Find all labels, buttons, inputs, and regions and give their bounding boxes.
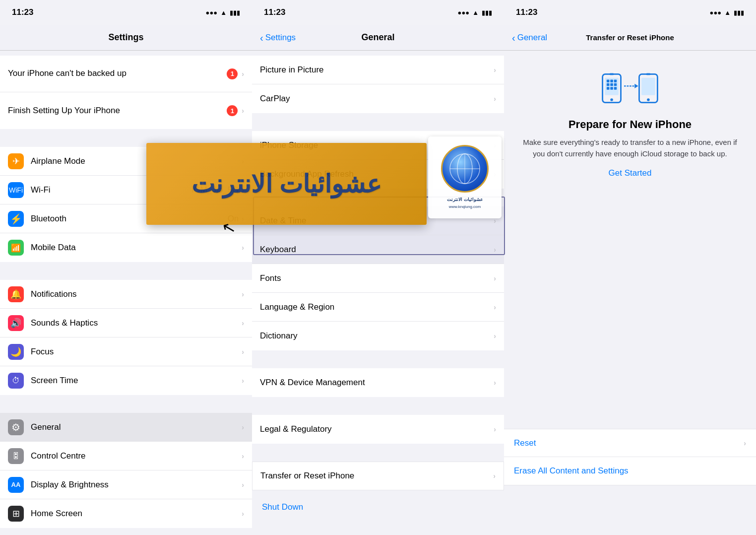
row-control-centre[interactable]: 🎛 Control Centre › xyxy=(0,442,252,470)
svg-rect-9 xyxy=(614,83,617,86)
svg-rect-8 xyxy=(610,83,613,86)
nav-back-label: Settings xyxy=(265,33,296,43)
chevron-control: › xyxy=(242,452,244,460)
status-bar-1: 11:23 ●●● ▲ ▮▮▮ xyxy=(0,0,252,25)
transfer-illustration xyxy=(600,68,660,108)
sounds-icon: 🔊 xyxy=(8,315,24,331)
row-keyboard[interactable]: Keyboard › xyxy=(252,235,504,264)
chevron-language: › xyxy=(494,303,496,311)
wifi-icon: ▲ xyxy=(220,9,227,16)
svg-rect-6 xyxy=(614,79,617,82)
erase-row[interactable]: Erase All Content and Settings xyxy=(504,457,756,485)
nav-back-general[interactable]: ‹ Settings xyxy=(260,33,296,43)
row-pip[interactable]: Picture in Picture › xyxy=(252,56,504,84)
carplay-label: CarPlay xyxy=(260,94,494,104)
row-home-screen-label: Home Screen xyxy=(31,509,242,519)
nav-bar-3: ‹ General Transfer or Reset iPhone xyxy=(504,25,756,51)
nav-bar-1: Settings xyxy=(0,25,252,51)
focus-icon: 🌙 xyxy=(8,344,24,360)
battery-icon: ▮▮▮ xyxy=(230,9,240,16)
nav-back-transfer[interactable]: ‹ General xyxy=(512,33,547,43)
svg-rect-15 xyxy=(641,78,655,95)
row-general[interactable]: ⚙ General › xyxy=(0,413,252,442)
chevron-carplay: › xyxy=(494,95,496,103)
row-focus[interactable]: 🌙 Focus › xyxy=(0,337,252,366)
hero-icon xyxy=(600,66,660,110)
chevron-keyboard: › xyxy=(494,246,496,254)
row-transfer-reset[interactable]: Transfer or Reset iPhone › xyxy=(252,462,504,490)
panel-transfer-reset: 11:23 ●●● ▲ ▮▮▮ ‹ General Transfer or Re… xyxy=(504,0,756,535)
row-vpn[interactable]: VPN & Device Management › xyxy=(252,368,504,397)
keyboard-label: Keyboard xyxy=(260,245,494,255)
row-control-centre-label: Control Centre xyxy=(31,451,242,461)
wifi-settings-icon: WiFi xyxy=(8,182,24,198)
row-language[interactable]: Language & Region › xyxy=(252,293,504,322)
row-notifications-label: Notifications xyxy=(31,289,242,299)
alert-row-backup[interactable]: Your iPhone can't be backed up 1 › xyxy=(0,56,252,92)
chevron-notifications: › xyxy=(242,290,244,298)
general-icon: ⚙ xyxy=(8,419,24,435)
svg-rect-5 xyxy=(610,79,613,82)
transfer-nav-title: Transfer or Reset iPhone xyxy=(586,33,674,42)
svg-rect-7 xyxy=(607,83,610,86)
hero-desc: Make sure everything's ready to transfer… xyxy=(514,137,746,159)
row-screen-time[interactable]: ⏱ Screen Time › xyxy=(0,366,252,395)
nav-back-label-3: General xyxy=(517,33,547,43)
chevron-setup: › xyxy=(242,107,244,115)
shutdown-container[interactable]: Shut Down xyxy=(252,495,504,519)
transfer-reset-label: Transfer or Reset iPhone xyxy=(260,471,493,481)
svg-rect-12 xyxy=(614,87,617,90)
logo-circle xyxy=(441,145,489,193)
display-icon: AA xyxy=(8,477,24,493)
alert-setup-text: Finish Setting Up Your iPhone xyxy=(8,105,227,117)
row-mobile-data-label: Mobile Data xyxy=(31,243,242,253)
row-home-screen[interactable]: ⊞ Home Screen › xyxy=(0,499,252,528)
gap-p2-2 xyxy=(252,113,504,131)
row-fonts[interactable]: Fonts › xyxy=(252,264,504,293)
chevron-reset: › xyxy=(744,439,746,447)
notifications-icon: 🔔 xyxy=(8,286,24,302)
general-list: Picture in Picture › CarPlay › iPhone St… xyxy=(252,51,504,519)
reset-label: Reset xyxy=(514,438,744,448)
logo-overlay: عشوائيات الانترنت www.knqlung.com xyxy=(428,136,502,218)
svg-rect-4 xyxy=(607,79,610,82)
back-chevron-icon: ‹ xyxy=(260,33,263,43)
dictionary-label: Dictionary xyxy=(260,331,494,341)
svg-rect-2 xyxy=(609,73,614,75)
alert-row-setup[interactable]: Finish Setting Up Your iPhone 1 › xyxy=(0,92,252,129)
row-carplay[interactable]: CarPlay › xyxy=(252,84,504,113)
nav-bar-2: ‹ Settings General xyxy=(252,25,504,51)
gap-4 xyxy=(0,395,252,413)
battery-icon-3: ▮▮▮ xyxy=(734,9,744,16)
chevron-focus: › xyxy=(242,348,244,356)
chevron-screen-time: › xyxy=(242,377,244,385)
mobile-data-icon: 📶 xyxy=(8,240,24,256)
row-sounds[interactable]: 🔊 Sounds & Haptics › xyxy=(0,309,252,337)
row-general-label: General xyxy=(31,422,242,432)
battery-icon-2: ▮▮▮ xyxy=(482,9,492,16)
screen-time-icon: ⏱ xyxy=(8,373,24,389)
chevron-display: › xyxy=(242,481,244,489)
alert-backup-text: Your iPhone can't be backed up xyxy=(8,68,227,79)
gap xyxy=(0,51,252,56)
row-display[interactable]: AA Display & Brightness › xyxy=(0,470,252,499)
alert-backup-badge: 1 xyxy=(227,68,238,79)
signal-icon: ●●● xyxy=(206,9,218,16)
legal-label: Legal & Regulatory xyxy=(260,424,494,434)
row-notifications[interactable]: 🔔 Notifications › xyxy=(0,280,252,309)
row-mobile-data[interactable]: 📶 Mobile Data › xyxy=(0,233,252,262)
gap-p2-1 xyxy=(252,51,504,56)
row-screen-time-label: Screen Time xyxy=(31,376,242,386)
status-bar-3: 11:23 ●●● ▲ ▮▮▮ xyxy=(504,0,756,25)
chevron-legal: › xyxy=(494,425,496,433)
general-nav-title: General xyxy=(361,32,394,43)
status-icons-3: ●●● ▲ ▮▮▮ xyxy=(710,9,744,16)
get-started-button[interactable]: Get Started xyxy=(609,168,652,178)
chevron-backup: › xyxy=(242,70,244,78)
gap-p2-6 xyxy=(252,444,504,462)
logo-text: عشوائيات الانترنت www.knqlung.com xyxy=(447,197,483,210)
reset-row[interactable]: Reset › xyxy=(504,429,756,457)
status-time-2: 11:23 xyxy=(264,7,285,17)
row-legal[interactable]: Legal & Regulatory › xyxy=(252,415,504,444)
row-dictionary[interactable]: Dictionary › xyxy=(252,322,504,350)
